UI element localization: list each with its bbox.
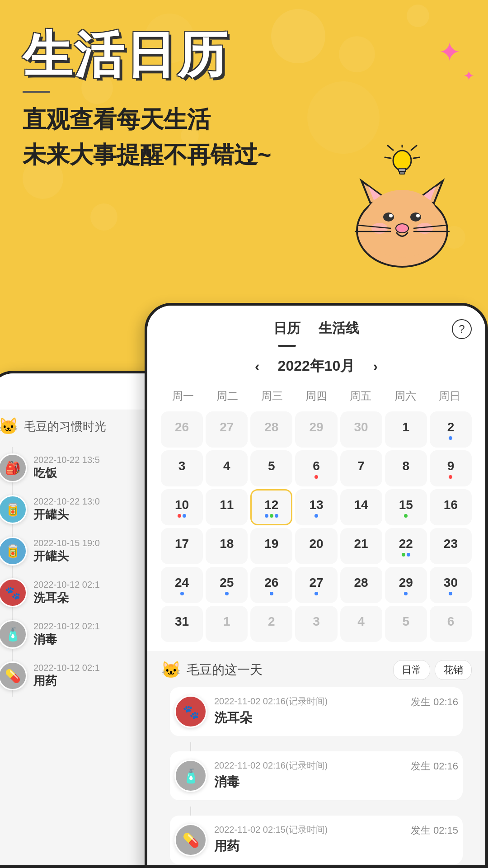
weekday: 周二 [205, 385, 249, 407]
tab-calendar[interactable]: 日历 [273, 319, 300, 347]
cal-day[interactable]: 13 [295, 489, 337, 525]
cal-day[interactable]: 4 [340, 606, 382, 642]
svg-line-1 [411, 146, 417, 150]
cal-day[interactable]: 3 [295, 606, 337, 642]
cal-day[interactable]: 5 [250, 450, 292, 486]
cal-day[interactable]: 4 [206, 450, 248, 486]
cal-day[interactable]: 11 [206, 489, 248, 525]
happen-label: 发生 02:15 [411, 824, 458, 837]
svg-rect-7 [399, 171, 405, 174]
item-name: 洗耳朵 [214, 709, 411, 726]
daily-cat-name: 毛豆的这一天 [187, 661, 263, 679]
cal-day[interactable]: 24 [161, 567, 203, 603]
cal-day[interactable]: 18 [206, 528, 248, 564]
cat-small-icon: 🐱 [0, 417, 19, 436]
item-body: 2022-11-02 02:16(记录时间) 洗耳朵 [214, 695, 411, 726]
cal-day[interactable]: 15 [385, 489, 427, 525]
cal-day[interactable]: 30 [430, 567, 472, 603]
cal-day[interactable]: 23 [430, 528, 472, 564]
item-record-time: 2022-11-02 02:16(记录时间) [214, 695, 411, 708]
cal-day[interactable]: 21 [340, 528, 382, 564]
weekday: 周六 [383, 385, 427, 407]
cal-day[interactable]: 25 [206, 567, 248, 603]
cal-day[interactable]: 10 [161, 489, 203, 525]
timeline-item: 🧴 2022-11-02 02:16(记录时间) 消毒 发生 02:16 [170, 751, 463, 800]
happen-label: 发生 02:16 [411, 760, 458, 773]
help-button[interactable]: ? [452, 319, 472, 339]
tag-expense[interactable]: 花销 [435, 660, 472, 680]
cal-day[interactable]: 28 [250, 411, 292, 448]
cal-day[interactable]: 17 [161, 528, 203, 564]
cal-day[interactable]: 29 [295, 411, 337, 448]
app-title: 生活日历 [23, 27, 465, 82]
item-icon: 🎒 [0, 453, 27, 482]
cal-day[interactable]: 26 [161, 411, 203, 448]
item-icon: 🧴 [0, 620, 27, 649]
timeline-connector [190, 807, 191, 816]
item-name: 消毒 [214, 774, 411, 791]
item-icon: 🐾 [0, 578, 27, 607]
cal-day[interactable]: 8 [385, 450, 427, 486]
tab-lifeline[interactable]: 生活线 [319, 319, 359, 347]
cal-day[interactable]: 20 [295, 528, 337, 564]
subtitle-line1: 直观查看每天生活 [23, 102, 465, 137]
cal-day[interactable]: 28 [340, 567, 382, 603]
daily-header: 🐱 毛豆的这一天 日常 花销 [161, 660, 472, 680]
cal-day[interactable]: 16 [430, 489, 472, 525]
phones-container: 日历 🐱 毛豆的习惯时光 🎒 2022-10-22 13:5 吃饭 🥫 2022… [0, 280, 488, 868]
cal-day[interactable]: 6 [295, 450, 337, 486]
cal-day[interactable]: 27 [295, 567, 337, 603]
calendar-nav: ‹ 2022年10月 › [161, 356, 472, 376]
timeline-connector [190, 742, 191, 751]
cal-day[interactable]: 19 [250, 528, 292, 564]
item-right: 发生 02:16 [411, 760, 458, 773]
svg-point-17 [416, 214, 420, 217]
cal-day[interactable]: 29 [385, 567, 427, 603]
svg-point-16 [389, 214, 393, 217]
cal-day[interactable]: 7 [340, 450, 382, 486]
calendar-grid: 26 27 28 29 30 1 2 3 4 5 6 7 8 9 10 11 1… [161, 411, 472, 642]
cal-day[interactable]: 22 [385, 528, 427, 564]
cal-day[interactable]: 31 [161, 606, 203, 642]
item-record-time: 2022-11-02 02:15(记录时间) [214, 824, 411, 836]
daily-cat-row: 🐱 毛豆的这一天 [161, 660, 263, 679]
cal-day[interactable]: 14 [340, 489, 382, 525]
timeline-item: 💊 2022-11-02 02:15(记录时间) 用药 发生 02:15 [170, 816, 463, 864]
cal-day[interactable]: 2 [250, 606, 292, 642]
front-phone-tabs: 日历 生活线 ? [147, 306, 485, 347]
next-month-button[interactable]: › [373, 358, 378, 375]
daily-section: 🐱 毛豆的这一天 日常 花销 🐾 2022-11-02 02:16(记录时间) … [147, 651, 485, 868]
svg-line-2 [388, 146, 393, 150]
cal-day[interactable]: 2 [430, 411, 472, 448]
cal-day[interactable]: 5 [385, 606, 427, 642]
cal-day[interactable]: 1 [206, 606, 248, 642]
svg-point-15 [410, 212, 421, 222]
cal-day[interactable]: 26 [250, 567, 292, 603]
happen-label: 发生 02:16 [411, 695, 458, 709]
weekday: 周四 [294, 385, 338, 407]
item-icon: 🐾 [174, 695, 207, 728]
daily-cat-icon: 🐱 [161, 660, 181, 679]
item-body: 2022-11-02 02:15(记录时间) 用药 [214, 824, 411, 855]
weekday: 周五 [338, 385, 383, 407]
cat-mascot [343, 145, 461, 262]
weekday: 周三 [250, 385, 294, 407]
item-icon: 🥫 [0, 537, 27, 566]
cal-day[interactable]: 6 [430, 606, 472, 642]
svg-line-4 [385, 157, 391, 158]
svg-point-14 [383, 212, 394, 222]
cal-day[interactable]: 1 [385, 411, 427, 448]
item-icon: 🥫 [0, 495, 27, 524]
cal-day[interactable]: 27 [206, 411, 248, 448]
front-timeline: 🐾 2022-11-02 02:16(记录时间) 洗耳朵 发生 02:16 🧴 … [161, 687, 472, 864]
item-icon: 🧴 [174, 760, 207, 792]
tag-daily[interactable]: 日常 [393, 660, 430, 680]
prev-month-button[interactable]: ‹ [255, 358, 260, 375]
item-icon: 💊 [174, 824, 207, 856]
cal-day-today[interactable]: 12 [250, 489, 292, 525]
cal-day[interactable]: 30 [340, 411, 382, 448]
cal-day[interactable]: 9 [430, 450, 472, 486]
svg-line-3 [413, 157, 419, 158]
timeline-item: 🐾 2022-11-02 02:16(记录时间) 洗耳朵 发生 02:16 [170, 687, 463, 736]
cal-day[interactable]: 3 [161, 450, 203, 486]
